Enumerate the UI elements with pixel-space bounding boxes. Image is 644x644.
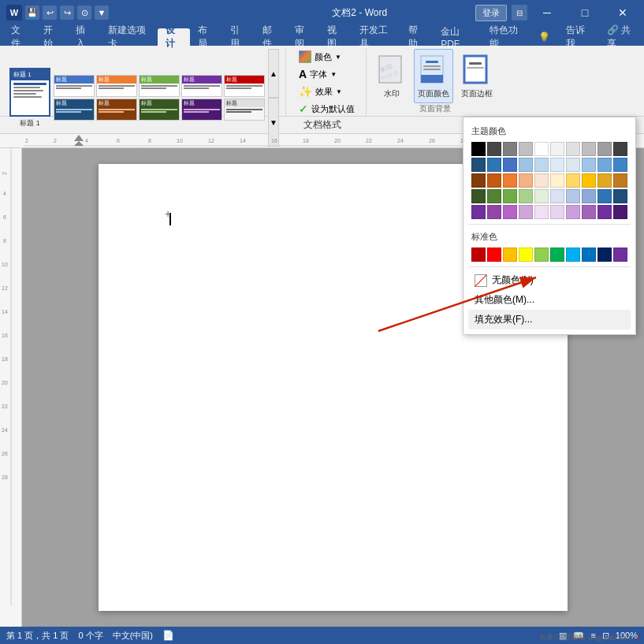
theme-item-1[interactable]: 标题 — [54, 75, 95, 97]
theme-color-cell[interactable] — [487, 173, 501, 188]
tab-mailings[interactable]: 邮件 — [255, 28, 287, 46]
theme-color-cell[interactable] — [519, 142, 533, 156]
theme-color-cell[interactable] — [597, 173, 612, 188]
theme-color-cell[interactable] — [566, 158, 580, 172]
theme-color-cell[interactable] — [597, 158, 612, 172]
standard-color-cell[interactable] — [566, 248, 580, 262]
page-border-button[interactable]: 页面边框 — [458, 50, 496, 102]
theme-color-cell[interactable] — [534, 173, 549, 188]
standard-color-cell[interactable] — [503, 248, 517, 262]
tab-references[interactable]: 引用 — [222, 28, 255, 46]
theme-color-cell[interactable] — [534, 142, 549, 156]
doc-icon[interactable]: 📄 — [162, 630, 174, 641]
theme-color-cell[interactable] — [503, 205, 517, 219]
theme-color-cell[interactable] — [487, 142, 501, 156]
tab-help-icon[interactable]: 💡 — [530, 28, 558, 46]
fill-effect-item[interactable]: 填充效果(F)... — [468, 310, 631, 329]
theme-color-cell[interactable] — [550, 158, 564, 172]
theme-color-cell[interactable] — [566, 173, 580, 188]
theme-main-button[interactable]: 标题 1 标题 1 — [9, 68, 50, 128]
theme-color-cell[interactable] — [613, 205, 627, 219]
theme-color-cell[interactable] — [471, 205, 486, 219]
standard-color-cell[interactable] — [613, 248, 627, 262]
theme-color-cell[interactable] — [471, 142, 486, 156]
tab-review[interactable]: 审阅 — [287, 28, 319, 46]
font-button[interactable]: A 字体 ▼ — [294, 66, 359, 82]
theme-item-4[interactable]: 标题 — [181, 75, 222, 97]
login-button[interactable]: 登录 — [475, 5, 507, 21]
tab-home[interactable]: 开始 — [35, 28, 68, 46]
close-button[interactable]: ✕ — [605, 0, 641, 25]
save-button[interactable]: 💾 — [25, 6, 39, 20]
theme-color-cell[interactable] — [550, 173, 564, 188]
restore-button[interactable]: □ — [567, 0, 603, 25]
theme-color-cell[interactable] — [582, 189, 596, 203]
watermark-button[interactable]: 水印 水印文字 水印 — [374, 50, 409, 102]
theme-color-cell[interactable] — [471, 173, 486, 188]
standard-color-cell[interactable] — [597, 248, 612, 262]
standard-color-cell[interactable] — [471, 248, 486, 262]
tab-design[interactable]: 设计 — [158, 28, 190, 46]
tab-layout[interactable]: 布局 — [190, 28, 222, 46]
theme-color-cell[interactable] — [613, 173, 627, 188]
theme-color-cell[interactable] — [534, 189, 549, 203]
tab-insert[interactable]: 插入 — [68, 28, 100, 46]
theme-color-cell[interactable] — [503, 173, 517, 188]
theme-color-cell[interactable] — [519, 158, 533, 172]
theme-color-cell[interactable] — [519, 173, 533, 188]
other-colors-item[interactable]: 其他颜色(M)... — [468, 290, 631, 310]
tab-special[interactable]: 特色功能 — [482, 28, 530, 46]
effects-button[interactable]: ✨ 效果 ▼ — [294, 84, 359, 99]
theme-color-cell[interactable] — [597, 189, 612, 203]
theme-item-9[interactable]: 标题 — [181, 99, 222, 121]
theme-color-cell[interactable] — [519, 205, 533, 219]
theme-color-cell[interactable] — [534, 158, 549, 172]
theme-color-cell[interactable] — [550, 142, 564, 156]
theme-color-cell[interactable] — [566, 142, 580, 156]
standard-color-cell[interactable] — [582, 248, 596, 262]
theme-color-cell[interactable] — [582, 142, 596, 156]
theme-color-cell[interactable] — [566, 205, 580, 219]
theme-color-cell[interactable] — [550, 205, 564, 219]
undo-button[interactable]: ↩ — [43, 6, 57, 20]
theme-item-5[interactable]: 标题 — [224, 75, 265, 97]
theme-color-cell[interactable] — [597, 205, 612, 219]
theme-color-cell[interactable] — [582, 205, 596, 219]
tab-developer[interactable]: 开发工具 — [352, 28, 400, 46]
theme-color-cell[interactable] — [582, 158, 596, 172]
theme-color-cell[interactable] — [613, 142, 627, 156]
theme-color-cell[interactable] — [487, 205, 501, 219]
theme-color-cell[interactable] — [613, 158, 627, 172]
theme-color-cell[interactable] — [534, 205, 549, 219]
theme-color-cell[interactable] — [503, 189, 517, 203]
tab-newitem[interactable]: 新建选项卡 — [100, 28, 158, 46]
tab-file[interactable]: 文件 — [3, 28, 35, 46]
theme-color-cell[interactable] — [503, 142, 517, 156]
theme-item-10[interactable]: 标题 — [224, 99, 265, 121]
theme-color-cell[interactable] — [613, 189, 627, 203]
tab-view[interactable]: 视图 — [319, 28, 352, 46]
theme-item-8[interactable]: 标题 — [139, 99, 180, 121]
customize-button[interactable]: ▼ — [95, 6, 109, 20]
theme-color-cell[interactable] — [487, 158, 501, 172]
tab-tell-me[interactable]: 告诉我 — [558, 28, 599, 46]
theme-color-cell[interactable] — [487, 189, 501, 203]
standard-color-cell[interactable] — [519, 248, 533, 262]
theme-color-cell[interactable] — [550, 189, 564, 203]
theme-color-cell[interactable] — [582, 173, 596, 188]
standard-color-cell[interactable] — [534, 248, 549, 262]
page-color-button[interactable]: 页面颜色 — [414, 49, 453, 103]
redo-button[interactable]: ↪ — [60, 6, 74, 20]
no-color-item[interactable]: 无颜色(N) — [468, 270, 631, 290]
theme-color-cell[interactable] — [519, 189, 533, 203]
standard-color-cell[interactable] — [487, 248, 501, 262]
color-button[interactable]: 颜色 ▼ — [294, 49, 359, 65]
auto-save-button[interactable]: ⊙ — [77, 6, 91, 20]
minimize-button[interactable]: ─ — [529, 0, 565, 25]
minimize-ribbon-button[interactable]: ⊟ — [512, 5, 527, 20]
theme-color-cell[interactable] — [471, 189, 486, 203]
tab-share[interactable]: 🔗 共享 — [599, 28, 644, 46]
tab-wps-pdf[interactable]: 金山PDF — [433, 28, 482, 46]
theme-item-7[interactable]: 标题 — [96, 99, 137, 121]
standard-color-cell[interactable] — [550, 248, 564, 262]
